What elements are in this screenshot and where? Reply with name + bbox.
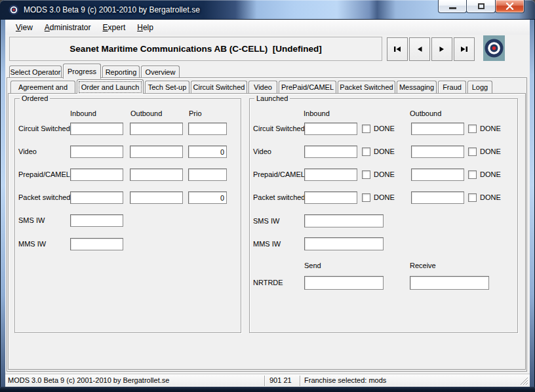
tab-packet-switched[interactable]: Packet Switched xyxy=(338,81,395,93)
launched-prepaid-outbound-input[interactable] xyxy=(411,168,464,181)
tab-overview[interactable]: Overview xyxy=(141,66,180,78)
done-label: DONE xyxy=(374,170,395,178)
nav-next-button[interactable] xyxy=(431,37,452,61)
done-label: DONE xyxy=(374,193,395,201)
close-button[interactable] xyxy=(495,0,525,13)
tab-order-and-launch[interactable]: Order and Launch xyxy=(77,79,144,94)
tab-messaging[interactable]: Messaging xyxy=(397,81,437,93)
tab-progress[interactable]: Progress xyxy=(63,64,101,79)
nav-last-button[interactable] xyxy=(454,37,475,61)
menu-view[interactable]: View xyxy=(10,21,39,34)
ordered-video-inbound-input[interactable] xyxy=(70,146,123,158)
ordered-circuit-inbound-input[interactable] xyxy=(70,123,123,135)
done-label: DONE xyxy=(480,170,501,178)
launched-packet-outbound-done-checkbox[interactable] xyxy=(468,193,477,202)
done-label: DONE xyxy=(480,193,501,201)
launched-circuit-outbound-input[interactable] xyxy=(411,123,464,135)
window-border-bottom xyxy=(0,387,535,392)
tab-video[interactable]: Video xyxy=(248,81,277,93)
ordered-prepaid-inbound-input[interactable] xyxy=(70,168,123,181)
nav-first-button[interactable] xyxy=(387,37,408,61)
nrtrde-receive-label: Receive xyxy=(410,262,436,269)
ordered-circuit-outbound-input[interactable] xyxy=(130,123,183,135)
tab-circuit-switched[interactable]: Circuit Switched xyxy=(191,81,247,93)
launched-packet-inbound-input[interactable] xyxy=(304,191,357,204)
tab-prepaid-camel[interactable]: PrePaid/CAMEL xyxy=(279,81,336,93)
operator-header-panel: Seanet Maritime Communications AB (C-CEL… xyxy=(9,37,382,61)
ordered-col-prio: Prio xyxy=(189,109,202,117)
launched-col-outbound: Outbound xyxy=(410,109,441,117)
ordered-sms-iw-input[interactable] xyxy=(70,214,123,227)
tab-select-operator[interactable]: Select Operator xyxy=(9,66,62,78)
nav-previous-button[interactable] xyxy=(409,37,430,61)
ordered-row-label: Prepaid/CAMEL xyxy=(18,170,70,178)
minimize-button[interactable] xyxy=(438,0,467,13)
window-border-left xyxy=(0,20,5,387)
launched-circuit-outbound-done-checkbox[interactable] xyxy=(468,125,477,133)
status-divider xyxy=(300,376,300,386)
tab-fraud[interactable]: Fraud xyxy=(438,81,466,93)
ordered-packet-prio-input[interactable] xyxy=(188,191,227,204)
launched-packet-inbound-done-checkbox[interactable] xyxy=(362,193,370,202)
ordered-packet-outbound-input[interactable] xyxy=(130,191,183,204)
tab-focus-rect xyxy=(79,81,142,93)
ordered-col-outbound: Outbound xyxy=(130,109,162,117)
window-border-right xyxy=(530,20,535,387)
ordered-video-prio-input[interactable] xyxy=(188,146,227,158)
launched-video-inbound-input[interactable] xyxy=(304,146,357,158)
launched-video-outbound-input[interactable] xyxy=(411,146,464,158)
ordered-row-label: Video xyxy=(18,147,37,155)
minimize-icon xyxy=(449,7,456,9)
ordered-packet-inbound-input[interactable] xyxy=(70,191,123,204)
brand-roundel-logo xyxy=(483,35,505,61)
launched-prepaid-inbound-input[interactable] xyxy=(304,168,357,181)
ordered-col-inbound: Inbound xyxy=(70,109,96,117)
launched-row-label: Packet switched xyxy=(253,193,305,201)
ordered-video-outbound-input[interactable] xyxy=(130,146,183,158)
nrtrde-send-input[interactable] xyxy=(304,276,384,290)
client-area: View Administrator Expert Help Seanet Ma… xyxy=(5,20,530,387)
launched-circuit-inbound-done-checkbox[interactable] xyxy=(362,125,370,133)
launched-packet-outbound-input[interactable] xyxy=(411,191,464,204)
menu-expert[interactable]: Expert xyxy=(97,21,132,34)
window-title: MODS 3.0 Beta 9 (c) 2001-2010 by Bergatr… xyxy=(24,5,200,14)
launched-groupbox: Launched xyxy=(249,98,518,333)
launched-row-label: MMS IW xyxy=(253,240,281,248)
menu-bar: View Administrator Expert Help xyxy=(5,20,530,35)
ordered-circuit-prio-input[interactable] xyxy=(188,123,227,135)
launched-sms-iw-input[interactable] xyxy=(304,214,384,227)
previous-record-icon xyxy=(414,45,425,53)
done-label: DONE xyxy=(480,147,501,155)
ordered-prepaid-prio-input[interactable] xyxy=(188,168,227,181)
ordered-row-label: Circuit Switched xyxy=(18,125,70,132)
title-bar[interactable]: MODS 3.0 Beta 9 (c) 2001-2010 by Bergatr… xyxy=(0,0,535,20)
ordered-prepaid-outbound-input[interactable] xyxy=(130,168,183,181)
resize-grip[interactable] xyxy=(520,377,528,385)
menu-help[interactable]: Help xyxy=(131,21,159,34)
tab-reporting[interactable]: Reporting xyxy=(102,66,140,78)
tab-agreement-and-sim[interactable]: Agreement and SIM xyxy=(10,81,75,93)
menu-administrator[interactable]: Administrator xyxy=(39,21,97,34)
launched-video-outbound-done-checkbox[interactable] xyxy=(468,147,477,156)
launched-circuit-inbound-input[interactable] xyxy=(304,123,357,135)
launched-mms-iw-input[interactable] xyxy=(304,237,384,250)
ordered-mms-iw-input[interactable] xyxy=(70,238,123,250)
launched-video-inbound-done-checkbox[interactable] xyxy=(362,147,370,156)
maximize-button[interactable] xyxy=(466,0,496,13)
ordered-row-label: Packet switched xyxy=(18,193,70,201)
status-counters: 901 21 xyxy=(269,376,292,384)
launched-prepaid-outbound-done-checkbox[interactable] xyxy=(468,170,477,179)
ordered-row-label: SMS IW xyxy=(18,216,45,224)
tab-tech-set-up[interactable]: Tech Set-up xyxy=(145,81,189,93)
ordered-legend: Ordered xyxy=(20,94,50,102)
nrtrde-row-label: NRTRDE xyxy=(253,279,283,286)
ordered-row-label: MMS IW xyxy=(18,240,46,248)
launched-prepaid-inbound-done-checkbox[interactable] xyxy=(362,170,370,179)
done-label: DONE xyxy=(374,125,395,132)
maximize-icon xyxy=(478,3,485,9)
nrtrde-receive-input[interactable] xyxy=(410,276,489,290)
done-label: DONE xyxy=(374,147,395,155)
tab-logg[interactable]: Logg xyxy=(467,81,492,93)
first-record-icon xyxy=(392,45,403,53)
app-logo-icon xyxy=(9,5,19,15)
